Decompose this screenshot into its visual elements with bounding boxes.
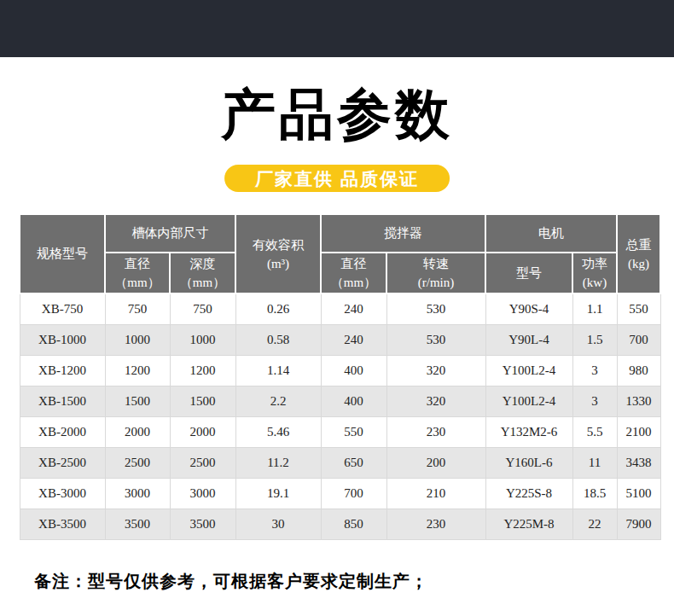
table-cell: 0.26 <box>235 293 321 325</box>
table-cell: 5.46 <box>235 417 321 448</box>
table-cell: Y100L2-4 <box>485 356 572 386</box>
table-row: XB-7507507500.26240530Y90S-41.1550 <box>20 293 660 325</box>
table-cell: 240 <box>321 293 386 325</box>
table-cell: Y225M-8 <box>485 509 572 540</box>
table-cell: 320 <box>386 356 485 386</box>
header-tank-diameter: 直径 （mm） <box>105 253 170 293</box>
table-cell: 700 <box>321 479 386 509</box>
header-weight-unit: (kg) <box>618 254 659 273</box>
table-cell: 3500 <box>170 509 235 540</box>
table-header: 规格型号 槽体内部尺寸 有效容积 (m³) 搅拌器 电机 总重 (kg) 直径 … <box>20 214 660 293</box>
table-cell: 230 <box>386 417 485 448</box>
table-cell: 11.2 <box>235 448 321 479</box>
header-motor-model: 型号 <box>485 253 572 293</box>
table-cell: 3 <box>572 356 617 386</box>
table-cell: 750 <box>170 293 235 325</box>
header-volume-label: 有效容积 <box>236 235 320 254</box>
table-cell: 22 <box>572 509 617 540</box>
table-cell: XB-1000 <box>20 325 105 356</box>
table-cell: 700 <box>617 325 660 356</box>
table-cell: 1.14 <box>235 356 321 386</box>
header-agitator-diameter-label: 直径 <box>322 254 386 273</box>
table-cell: 230 <box>386 509 485 540</box>
table-cell: XB-3000 <box>20 479 105 509</box>
table-cell: 3 <box>572 386 617 417</box>
table-cell: 3000 <box>105 479 170 509</box>
table-cell: Y100L2-4 <box>485 386 572 417</box>
table-row: XB-35003500350030850230Y225M-8227900 <box>20 509 660 540</box>
table-row: XB-25002500250011.2650200Y160L-6113438 <box>20 448 660 479</box>
page-title: 产品参数 <box>0 72 674 157</box>
table-row: XB-1000100010000.58240530Y90L-41.5700 <box>20 325 660 356</box>
table-cell: 18.5 <box>572 479 617 509</box>
table-cell: 1200 <box>170 356 235 386</box>
table-cell: 400 <box>321 356 386 386</box>
table-cell: 850 <box>321 509 386 540</box>
table-cell: 650 <box>321 448 386 479</box>
table-cell: 2.2 <box>235 386 321 417</box>
table-cell: 530 <box>386 325 485 356</box>
header-agitator-speed-label: 转速 <box>387 254 485 273</box>
table-cell: 1.1 <box>572 293 617 325</box>
table-row: XB-1200120012001.14400320Y100L2-43980 <box>20 356 660 386</box>
table-cell: 5.5 <box>572 417 617 448</box>
header-volume: 有效容积 (m³) <box>235 214 321 293</box>
table-cell: 1330 <box>617 386 660 417</box>
top-dark-bar <box>0 0 674 57</box>
header-tank-depth-unit: （mm） <box>171 273 235 292</box>
table-cell: XB-2500 <box>20 448 105 479</box>
table-cell: 3438 <box>617 448 660 479</box>
table-cell: 980 <box>617 356 660 386</box>
table-cell: 320 <box>386 386 485 417</box>
table-cell: XB-1500 <box>20 386 105 417</box>
spec-table: 规格型号 槽体内部尺寸 有效容积 (m³) 搅拌器 电机 总重 (kg) 直径 … <box>19 213 661 540</box>
table-cell: 2500 <box>105 448 170 479</box>
header-motor-power-unit: (kw) <box>573 273 616 292</box>
table-row: XB-2000200020005.46550230Y132M2-65.52100 <box>20 417 660 448</box>
table-cell: 3000 <box>170 479 235 509</box>
header-model: 规格型号 <box>20 214 105 293</box>
table-cell: XB-2000 <box>20 417 105 448</box>
footer-note: 备注：型号仅供参考，可根据客户要求定制生产； <box>34 570 428 593</box>
header-tank-depth-label: 深度 <box>171 254 235 273</box>
table-cell: XB-3500 <box>20 509 105 540</box>
table-cell: 750 <box>105 293 170 325</box>
table-body: XB-7507507500.26240530Y90S-41.1550XB-100… <box>20 293 660 540</box>
header-agitator-diameter: 直径 （mm） <box>321 253 386 293</box>
table-cell: 1200 <box>105 356 170 386</box>
header-weight-label: 总重 <box>618 235 659 254</box>
table-cell: XB-1200 <box>20 356 105 386</box>
table-row: XB-1500150015002.2400320Y100L2-431330 <box>20 386 660 417</box>
table-cell: 240 <box>321 325 386 356</box>
header-tank-diameter-label: 直径 <box>106 254 169 273</box>
table-cell: 1500 <box>170 386 235 417</box>
header-motor-power-label: 功率 <box>573 254 616 273</box>
header-tank-group: 槽体内部尺寸 <box>105 214 235 253</box>
table-cell: 2100 <box>617 417 660 448</box>
table-cell: 1.5 <box>572 325 617 356</box>
table-cell: 2000 <box>105 417 170 448</box>
header-tank-depth: 深度 （mm） <box>170 253 235 293</box>
table-cell: 1500 <box>105 386 170 417</box>
table-cell: 19.1 <box>235 479 321 509</box>
table-cell: 210 <box>386 479 485 509</box>
header-agitator-speed: 转速 (r/min) <box>386 253 485 293</box>
table-row: XB-30003000300019.1700210Y225S-818.55100 <box>20 479 660 509</box>
table-cell: 1000 <box>170 325 235 356</box>
table-cell: 550 <box>321 417 386 448</box>
table-cell: 530 <box>386 293 485 325</box>
table-cell: 0.58 <box>235 325 321 356</box>
header-motor-group: 电机 <box>485 214 617 253</box>
table-cell: XB-750 <box>20 293 105 325</box>
header-volume-unit: (m³) <box>236 254 320 273</box>
header-weight: 总重 (kg) <box>617 214 660 293</box>
table-cell: 2000 <box>170 417 235 448</box>
table-cell: Y160L-6 <box>485 448 572 479</box>
table-cell: 30 <box>235 509 321 540</box>
table-cell: 2500 <box>170 448 235 479</box>
header-agitator-diameter-unit: （mm） <box>322 273 386 292</box>
header-agitator-speed-unit: (r/min) <box>387 273 485 292</box>
table-cell: 550 <box>617 293 660 325</box>
table-cell: 3500 <box>105 509 170 540</box>
table-cell: 11 <box>572 448 617 479</box>
